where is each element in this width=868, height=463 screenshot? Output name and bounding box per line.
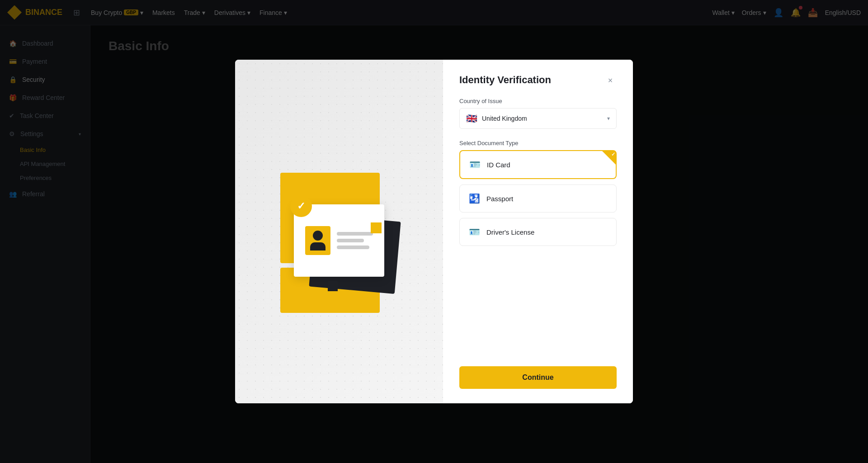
illus-avatar-head (313, 231, 323, 241)
id-card-icon: 🪪 (469, 159, 481, 170)
illus-small-square-dark (328, 281, 338, 291)
drivers-license-label: Driver's License (486, 228, 534, 236)
id-card-label: ID Card (487, 161, 510, 169)
doc-option-passport[interactable]: 🛂 Passport (459, 184, 617, 213)
uk-flag: 🇬🇧 (466, 113, 477, 124)
illus-lines (337, 232, 373, 249)
chevron-down-icon: ▾ (607, 115, 610, 122)
illus-small-square-yellow (371, 222, 382, 233)
document-type-label: Select Document Type (459, 140, 617, 146)
selected-checkmark (602, 151, 616, 165)
passport-icon: 🛂 (469, 193, 480, 204)
continue-button[interactable]: Continue (459, 366, 617, 389)
modal-close-button[interactable]: × (604, 74, 617, 87)
modal-form-panel: Identity Verification × Country of Issue… (443, 60, 633, 403)
modal-title: Identity Verification (459, 74, 551, 86)
country-of-issue-label: Country of Issue (459, 98, 617, 104)
drivers-license-icon: 🪪 (469, 227, 480, 237)
country-name: United Kingdom (482, 115, 527, 122)
modal-illustration-panel: ✓ (235, 60, 443, 403)
doc-option-id-card[interactable]: 🪪 ID Card (459, 150, 617, 179)
illus-line-2 (337, 239, 364, 242)
illustration: ✓ (267, 146, 411, 317)
identity-verification-modal: ✓ Identity Verification × Country of Iss… (235, 60, 633, 403)
modal-header: Identity Verification × (459, 74, 617, 87)
illus-line-3 (337, 246, 369, 249)
illus-line-1 (337, 232, 373, 236)
illus-checkmark: ✓ (290, 195, 312, 217)
country-select-dropdown[interactable]: 🇬🇧 United Kingdom ▾ (459, 108, 617, 129)
illus-avatar-body (310, 242, 326, 250)
illus-avatar (305, 226, 330, 255)
doc-option-drivers-license[interactable]: 🪪 Driver's License (459, 218, 617, 246)
country-select-left: 🇬🇧 United Kingdom (466, 113, 527, 124)
illus-white-card (294, 204, 384, 277)
passport-label: Passport (486, 195, 513, 203)
illus-card-content (298, 219, 380, 262)
